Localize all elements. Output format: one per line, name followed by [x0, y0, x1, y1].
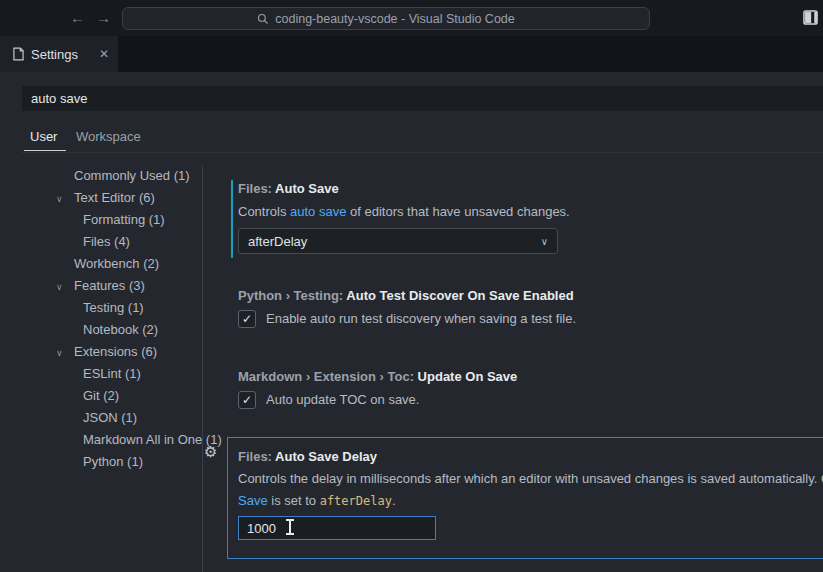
toc-item-commonly-used[interactable]: Commonly Used (1) [22, 168, 202, 190]
tab-scope-user[interactable]: User [30, 129, 57, 144]
code-value: afterDelay [320, 494, 392, 508]
gear-icon[interactable]: ⚙ [204, 443, 217, 461]
toc-label: Extensions (6) [74, 344, 157, 359]
toc-item-python[interactable]: Python (1) [22, 454, 202, 476]
toc-label: JSON (1) [83, 410, 137, 425]
search-icon [257, 13, 269, 25]
toc-update-checkbox[interactable]: ✓ [238, 391, 256, 409]
toc-item-eslint[interactable]: ESLint (1) [22, 366, 202, 388]
chevron-down-icon[interactable]: ∨ [56, 348, 70, 358]
toc-label: Notebook (2) [83, 322, 158, 337]
back-icon[interactable]: ← [70, 9, 85, 27]
header-divider [22, 152, 823, 153]
toc-label: Testing (1) [83, 300, 144, 315]
setting-title-auto-test-discover: Python › Testing: Auto Test Discover On … [238, 288, 574, 303]
editor-tab-bar: Settings ✕ [0, 36, 823, 72]
setting-name: Update On Save [418, 369, 518, 384]
toc-item-extensions[interactable]: ∨ Extensions (6) [22, 344, 202, 366]
toc-label: Commonly Used (1) [74, 168, 190, 183]
toc-label: Workbench (2) [74, 256, 159, 271]
toc-item-testing[interactable]: Testing (1) [22, 300, 202, 322]
toc-item-json[interactable]: JSON (1) [22, 410, 202, 432]
chevron-down-icon: ∨ [541, 236, 548, 247]
setting-name: Auto Save [275, 181, 339, 196]
tab-settings[interactable]: Settings ✕ [0, 36, 118, 72]
toc-label: Features (3) [74, 278, 145, 293]
forward-icon[interactable]: → [96, 9, 111, 27]
desc-text: Controls [238, 204, 290, 219]
tab-scope-workspace[interactable]: Workspace [76, 129, 141, 144]
tab-label: Settings [31, 47, 78, 62]
check-icon: ✓ [242, 393, 252, 407]
file-icon [13, 47, 24, 61]
toc-item-features[interactable]: ∨ Features (3) [22, 278, 202, 300]
desc-text: of editors that have unsaved changes. [346, 204, 569, 219]
toggle-sidebar-icon[interactable] [803, 10, 818, 25]
chevron-down-icon[interactable]: ∨ [56, 282, 70, 292]
settings-search-input[interactable] [22, 86, 823, 111]
close-icon[interactable]: ✕ [99, 47, 109, 61]
ibeam-cursor [289, 520, 291, 534]
files-auto-save-link[interactable]: Save [238, 493, 268, 508]
desc-text: . [392, 493, 396, 508]
setting-category: Markdown › Extension › Toc: [238, 369, 418, 384]
setting-title-auto-save: Files: Auto Save [238, 181, 339, 196]
auto-test-discover-checkbox[interactable]: ✓ [238, 310, 256, 328]
auto-save-dropdown[interactable]: afterDelay ∨ [238, 228, 558, 254]
toc-label: Text Editor (6) [74, 190, 155, 205]
check-icon: ✓ [242, 312, 252, 326]
setting-description-line1: Controls the delay in milliseconds after… [238, 471, 823, 486]
active-scope-underline [24, 150, 66, 151]
desc-text: is set to [268, 493, 320, 508]
toc-item-markdown-all-in-one[interactable]: Markdown All in One (1) [22, 432, 202, 454]
toc-label: Formatting (1) [83, 212, 165, 227]
setting-title-toc-update-on-save: Markdown › Extension › Toc: Update On Sa… [238, 369, 517, 384]
setting-title-auto-save-delay: Files: Auto Save Delay [238, 449, 377, 464]
setting-name: Auto Save Delay [275, 449, 377, 464]
toc-item-text-editor[interactable]: ∨ Text Editor (6) [22, 190, 202, 212]
layout-panel-icon [803, 10, 818, 25]
modified-setting-indicator [231, 180, 233, 258]
checkbox-label: Auto update TOC on save. [266, 392, 419, 407]
toc-item-files[interactable]: Files (4) [22, 234, 202, 256]
setting-name: Auto Test Discover On Save Enabled [346, 288, 573, 303]
setting-description: Controls auto save of editors that have … [238, 204, 570, 219]
auto-save-delay-input[interactable] [238, 516, 436, 540]
chevron-down-icon[interactable]: ∨ [56, 194, 70, 204]
dropdown-value: afterDelay [248, 234, 541, 249]
window-title: coding-beauty-vscode - Visual Studio Cod… [275, 12, 515, 26]
setting-category: Files: [238, 181, 275, 196]
auto-save-link[interactable]: auto save [290, 204, 346, 219]
toc-item-notebook[interactable]: Notebook (2) [22, 322, 202, 344]
toc-item-git[interactable]: Git (2) [22, 388, 202, 410]
toc-divider [202, 166, 203, 572]
toc-label: ESLint (1) [83, 366, 141, 381]
setting-category: Files: [238, 449, 275, 464]
toc-label: Python (1) [83, 454, 143, 469]
command-center-search[interactable]: coding-beauty-vscode - Visual Studio Cod… [122, 7, 650, 30]
checkbox-label: Enable auto run test discovery when savi… [266, 311, 576, 326]
setting-description-line2: Save is set to afterDelay. [238, 493, 396, 508]
toc-label: Git (2) [83, 388, 119, 403]
toc-label: Markdown All in One (1) [83, 432, 222, 447]
toc-item-workbench[interactable]: Workbench (2) [22, 256, 202, 278]
toc-item-formatting[interactable]: Formatting (1) [22, 212, 202, 234]
vscode-settings-window: ← → coding-beauty-vscode - Visual Studio… [0, 0, 823, 572]
toc-label: Files (4) [83, 234, 130, 249]
title-bar: ← → coding-beauty-vscode - Visual Studio… [0, 0, 823, 36]
setting-category: Python › Testing: [238, 288, 346, 303]
